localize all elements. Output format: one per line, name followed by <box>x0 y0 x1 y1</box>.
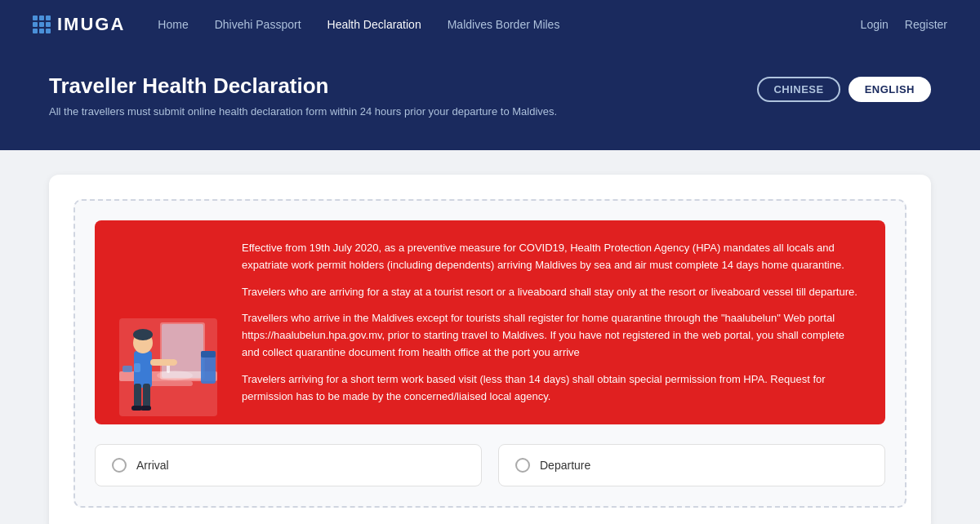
notice-box: Effective from 19th July 2020, as a prev… <box>95 220 885 424</box>
svg-rect-20 <box>134 363 140 372</box>
chinese-lang-button[interactable]: CHINESE <box>757 77 840 102</box>
login-link[interactable]: Login <box>861 18 889 31</box>
radio-options: Arrival Departure <box>95 444 885 486</box>
notice-paragraph-3: Travellers who arrive in the Maldives ex… <box>242 310 862 361</box>
lang-buttons: CHINESE ENGLISH <box>757 77 931 102</box>
notice-illustration <box>111 269 234 424</box>
notice-paragraph-2: Travelers who are arriving for a stay at… <box>242 284 862 301</box>
svg-rect-14 <box>140 406 151 411</box>
notice-text: Effective from 19th July 2020, as a prev… <box>242 240 862 405</box>
header-text: Traveller Health Declaration All the tra… <box>49 73 557 118</box>
departure-radio[interactable] <box>515 458 530 473</box>
nav-dhivehi-passport[interactable]: Dhivehi Passport <box>215 18 301 31</box>
svg-rect-11 <box>134 384 141 408</box>
svg-rect-9 <box>201 351 216 357</box>
logo-dots <box>33 16 51 33</box>
logo-text: IMUGA <box>57 14 125 35</box>
svg-rect-19 <box>122 366 132 372</box>
english-lang-button[interactable]: ENGLISH <box>849 77 931 102</box>
page-title: Traveller Health Declaration <box>49 73 557 99</box>
departure-option[interactable]: Departure <box>498 444 885 486</box>
dashed-container: Effective from 19th July 2020, as a prev… <box>74 199 906 508</box>
logo: IMUGA <box>33 14 125 35</box>
arrival-radio[interactable] <box>112 458 127 473</box>
nav-home[interactable]: Home <box>158 18 188 31</box>
svg-point-7 <box>157 371 193 380</box>
arrival-label: Arrival <box>136 459 169 472</box>
svg-rect-12 <box>143 384 150 408</box>
notice-paragraph-4: Travelers arriving for a short term work… <box>242 371 862 406</box>
notice-paragraph-1: Effective from 19th July 2020, as a prev… <box>242 240 862 274</box>
svg-point-16 <box>133 329 153 340</box>
departure-label: Departure <box>540 459 590 472</box>
header-section: Traveller Health Declaration All the tra… <box>0 49 980 150</box>
nav-auth: Login Register <box>861 18 947 31</box>
page-subtitle: All the travellers must submit online he… <box>49 105 557 118</box>
main-content: Effective from 19th July 2020, as a prev… <box>0 150 980 524</box>
arrival-option[interactable]: Arrival <box>95 444 482 486</box>
main-card: Effective from 19th July 2020, as a prev… <box>49 175 931 524</box>
register-link[interactable]: Register <box>905 18 947 31</box>
navbar: IMUGA Home Dhivehi Passport Health Decla… <box>0 0 980 49</box>
nav-health-declaration[interactable]: Health Declaration <box>327 18 421 31</box>
nav-links: Home Dhivehi Passport Health Declaration… <box>158 18 860 31</box>
nav-border-miles[interactable]: Maldives Border Miles <box>448 18 560 31</box>
svg-point-18 <box>169 359 177 366</box>
